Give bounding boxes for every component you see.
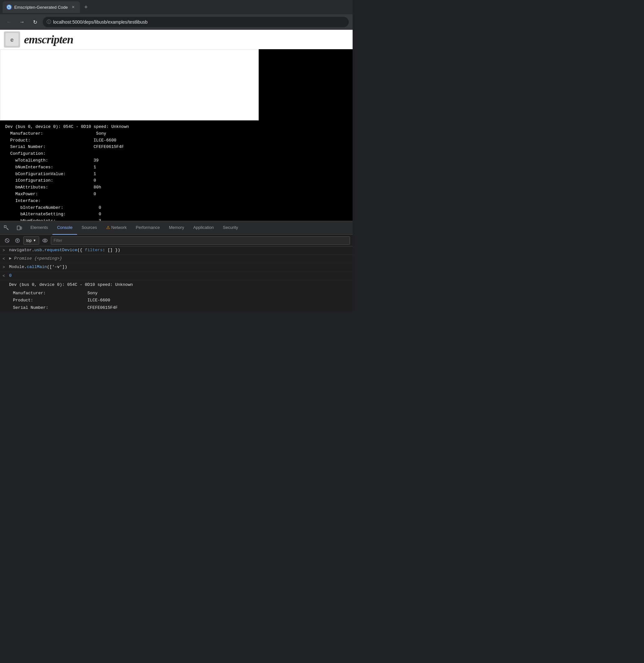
- eye-icon-button[interactable]: [41, 236, 49, 245]
- forward-button[interactable]: →: [17, 17, 27, 27]
- terminal-line-10: bmAttributes: 80h: [5, 184, 347, 191]
- terminal-line-5: Configuration:: [5, 151, 347, 157]
- terminal-line-15: bNumEndpoints: 3: [5, 218, 347, 221]
- svg-rect-4: [17, 226, 20, 230]
- terminal-line-12: Interface:: [5, 198, 347, 205]
- console-toolbar: top ▼: [0, 235, 352, 246]
- terminal-line-3: Product: ILCE-6600: [5, 137, 347, 144]
- tab-elements[interactable]: Elements: [26, 221, 52, 235]
- tab-performance[interactable]: Performance: [131, 221, 164, 235]
- url-text: localhost:5000/deps/libusb/examples/test…: [53, 19, 148, 25]
- svg-line-7: [6, 239, 8, 242]
- console-output: > navigator.usb.requestDevice({ filters:…: [0, 246, 352, 312]
- output-arrow-2: <: [3, 273, 9, 279]
- console-line-input-1: > navigator.usb.requestDevice({ filters:…: [0, 246, 352, 255]
- tab-security[interactable]: Security: [218, 221, 243, 235]
- new-tab-button[interactable]: +: [81, 3, 90, 12]
- devtools-tab-bar: Elements Console Sources ⚠ Network Perfo…: [0, 221, 352, 235]
- svg-point-12: [43, 239, 47, 242]
- page-title: emscripten: [24, 33, 73, 46]
- svg-rect-5: [20, 227, 22, 229]
- network-warning-icon: ⚠: [106, 225, 110, 230]
- terminal-line-6: wTotalLength: 39: [5, 157, 347, 164]
- input-arrow-2: >: [3, 264, 9, 271]
- console-line-output-1: < ► Promise {<pending>}: [0, 255, 352, 263]
- tab-memory[interactable]: Memory: [164, 221, 189, 235]
- terminal-output: Dev (bus 0, device 0): 054C - 0D10 speed…: [0, 120, 352, 221]
- back-button[interactable]: ←: [4, 17, 14, 27]
- tab-sources[interactable]: Sources: [77, 221, 102, 235]
- tab-console[interactable]: Console: [52, 221, 77, 235]
- terminal-line-1: Dev (bus 0, device 0): 054C - 0D10 speed…: [5, 124, 347, 131]
- terminal-line-8: bConfigurationValue: 1: [5, 171, 347, 178]
- inspect-element-button[interactable]: [1, 222, 12, 234]
- info-icon: ⓘ: [47, 19, 51, 25]
- emscripten-logo: e: [4, 31, 20, 48]
- terminal-line-9: iConfiguration: 0: [5, 177, 347, 184]
- console-line-input-2: > Module.callMain(['-v']): [0, 263, 352, 272]
- svg-rect-3: [4, 226, 6, 228]
- terminal-line-13: bInterfaceNumber: 0: [5, 205, 347, 211]
- terminal-line-2: Manufacturer: Sony: [5, 131, 347, 137]
- emscripten-header: e emscripten: [0, 30, 352, 49]
- output-arrow-1: <: [3, 255, 9, 262]
- tab-title: Emscripten-Generated Code: [14, 5, 68, 10]
- browser-chrome: Emscripten-Generated Code ✕ + ← → ↻ ⓘ lo…: [0, 0, 352, 30]
- filter-input[interactable]: [51, 236, 350, 245]
- input-arrow-1: >: [3, 247, 9, 254]
- console-row-manufacturer: Manufacturer: Sony: [0, 290, 352, 297]
- terminal-line-7: bNumInterfaces: 1: [5, 164, 347, 171]
- console-text-3: Module.callMain(['-v']): [9, 264, 350, 271]
- console-line-output-2: < 0: [0, 272, 352, 280]
- context-selector[interactable]: top ▼: [23, 236, 39, 245]
- tab-close-button[interactable]: ✕: [70, 4, 76, 10]
- console-row-product: Product: ILCE-6600: [0, 297, 352, 304]
- terminal-line-4: Serial Number: CFEFE0615F4F: [5, 144, 347, 151]
- console-text-1: navigator.usb.requestDevice({ filters: […: [9, 247, 350, 254]
- reload-button[interactable]: ↻: [30, 17, 40, 27]
- chevron-down-icon: ▼: [33, 238, 36, 242]
- canvas-black: [259, 49, 352, 120]
- terminal-line-11: MaxPower: 0: [5, 191, 347, 198]
- svg-text:e: e: [10, 37, 14, 43]
- tab-favicon: [6, 4, 12, 10]
- active-tab[interactable]: Emscripten-Generated Code ✕: [3, 1, 80, 13]
- console-row-serial: Serial Number: CFEFE0615F4F: [0, 304, 352, 312]
- console-text-2: ► Promise {<pending>}: [9, 255, 350, 262]
- device-toolbar-button[interactable]: [14, 222, 25, 234]
- page-content: e emscripten: [0, 30, 352, 120]
- address-bar[interactable]: ⓘ localhost:5000/deps/libusb/examples/te…: [43, 17, 349, 27]
- tab-application[interactable]: Application: [189, 221, 218, 235]
- clear-console-button[interactable]: [3, 236, 12, 245]
- address-bar-row: ← → ↻ ⓘ localhost:5000/deps/libusb/examp…: [0, 14, 352, 30]
- filter-toggle-button[interactable]: [13, 236, 22, 245]
- canvas-area: [0, 49, 352, 120]
- tab-bar: Emscripten-Generated Code ✕ +: [0, 0, 352, 14]
- console-text-4: 0: [9, 273, 350, 279]
- devtools-panel: Elements Console Sources ⚠ Network Perfo…: [0, 221, 352, 312]
- console-section-dev: Dev (bus 0, device 0): 054C - 0D10 speed…: [0, 280, 352, 290]
- canvas-white: [0, 49, 259, 120]
- svg-point-13: [44, 239, 46, 241]
- tab-network[interactable]: ⚠ Network: [102, 221, 132, 235]
- terminal-line-14: bAlternateSetting: 0: [5, 211, 347, 218]
